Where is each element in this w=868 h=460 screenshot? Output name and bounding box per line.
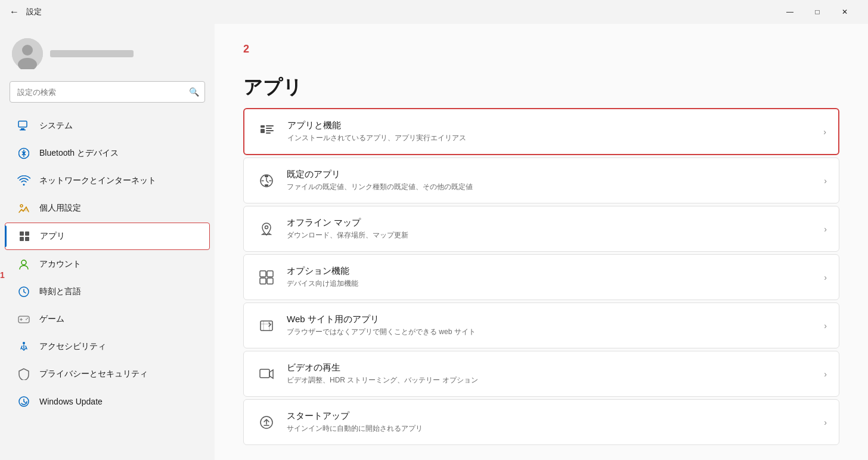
nav-update[interactable]: Windows Update — [5, 388, 210, 415]
personal-label: 個人用設定 — [39, 203, 81, 214]
svg-rect-10 — [20, 237, 24, 241]
apps-features-text: アプリと機能 インストールされているアプリ、アプリ実行エイリアス — [287, 120, 814, 143]
default-apps-desc: ファイルの既定値、リンク種類の既定値、その他の既定値 — [287, 182, 814, 192]
nav-personal[interactable]: 個人用設定 — [5, 195, 210, 221]
offline-maps-chevron: › — [824, 224, 827, 234]
nav-privacy[interactable]: プライバシーとセキュリティ — [5, 361, 210, 387]
bluetooth-label: Bluetooth とデバイス — [39, 148, 119, 159]
apps-label: アプリ — [40, 231, 65, 242]
svg-point-16 — [27, 318, 28, 319]
default-apps-title: 既定のアプリ — [287, 169, 814, 180]
startup-icon — [256, 412, 277, 433]
default-apps-text: 既定のアプリ ファイルの既定値、リンク種類の既定値、その他の既定値 — [287, 169, 814, 192]
optional-features-chevron: › — [824, 273, 827, 282]
svg-rect-31 — [260, 278, 266, 284]
close-button[interactable]: ✕ — [831, 2, 858, 21]
nav-time[interactable]: 時刻と言語 — [5, 279, 210, 305]
avatar-svg — [12, 38, 43, 69]
web-apps-chevron: › — [824, 321, 827, 331]
title-bar: ← 設定 — □ ✕ — [0, 0, 868, 24]
startup-desc: サインイン時に自動的に開始されるアプリ — [287, 424, 814, 434]
profile-name-blur — [50, 50, 134, 57]
network-label: ネットワークとインターネット — [39, 175, 156, 186]
back-button[interactable]: ← — [10, 7, 19, 17]
settings-item-offline-maps[interactable]: オフライン マップ ダウンロード、保存場所、マップ更新 › — [243, 206, 839, 252]
update-label: Windows Update — [39, 397, 103, 406]
update-icon — [17, 394, 31, 409]
optional-features-desc: デバイス向け追加機能 — [287, 279, 814, 289]
default-apps-chevron: › — [824, 176, 827, 186]
web-apps-icon — [256, 315, 277, 336]
nav-system[interactable]: システム — [5, 113, 210, 139]
apps-features-chevron: › — [823, 127, 826, 137]
svg-rect-34 — [260, 369, 269, 378]
network-icon — [17, 174, 31, 188]
account-icon — [17, 257, 31, 271]
svg-rect-23 — [266, 130, 274, 131]
svg-rect-3 — [18, 121, 27, 127]
default-apps-icon — [256, 170, 277, 192]
svg-rect-30 — [267, 271, 273, 277]
account-label: アカウント — [39, 259, 81, 270]
nav-network[interactable]: ネットワークとインターネット — [5, 168, 210, 194]
svg-rect-29 — [260, 271, 266, 277]
accessibility-label: アクセシビリティ — [39, 341, 106, 352]
settings-item-apps-features[interactable]: アプリと機能 インストールされているアプリ、アプリ実行エイリアス › — [243, 108, 839, 155]
minimize-button[interactable]: — — [776, 2, 804, 21]
svg-rect-26 — [265, 175, 268, 177]
maximize-button[interactable]: □ — [804, 2, 831, 21]
svg-point-1 — [22, 45, 33, 55]
svg-rect-32 — [267, 278, 273, 284]
video-text: ビデオの再生 ビデオ調整、HDR ストリーミング、バッテリー オプション — [287, 362, 814, 385]
window-controls: — □ ✕ — [776, 2, 858, 21]
offline-maps-icon — [256, 218, 277, 240]
optional-features-title: オプション機能 — [287, 265, 814, 277]
nav-bluetooth[interactable]: Bluetooth とデバイス — [5, 140, 210, 166]
apps-features-icon — [256, 121, 278, 143]
video-chevron: › — [824, 369, 827, 379]
svg-rect-9 — [25, 231, 29, 236]
svg-point-12 — [21, 260, 26, 265]
accessibility-icon — [17, 339, 31, 354]
video-icon — [256, 363, 277, 385]
svg-rect-22 — [266, 128, 272, 129]
svg-point-17 — [23, 342, 25, 344]
nav-gaming[interactable]: ゲーム — [5, 306, 210, 332]
optional-features-icon — [256, 267, 277, 288]
apps-features-desc: インストールされているアプリ、アプリ実行エイリアス — [287, 133, 814, 143]
web-apps-text: Web サイト用のアプリ ブラウザーではなくアプリで開くことができる web サ… — [287, 314, 814, 337]
gaming-label: ゲーム — [39, 314, 64, 325]
search-icon: 🔍 — [189, 87, 199, 97]
svg-rect-21 — [266, 125, 274, 126]
search-input[interactable] — [10, 81, 205, 103]
settings-item-startup[interactable]: スタートアップ サインイン時に自動的に開始されるアプリ › — [243, 399, 839, 445]
search-box[interactable]: 🔍 — [10, 81, 205, 103]
nav-account[interactable]: アカウント — [5, 251, 210, 277]
svg-rect-4 — [21, 128, 24, 129]
system-label: システム — [39, 121, 73, 131]
nav-accessibility[interactable]: アクセシビリティ — [5, 334, 210, 360]
title-bar-left: ← 設定 — [10, 7, 42, 17]
svg-rect-27 — [265, 184, 268, 186]
settings-item-default-apps[interactable]: 既定のアプリ ファイルの既定値、リンク種類の既定値、その他の既定値 › — [243, 158, 839, 203]
settings-item-optional-features[interactable]: オプション機能 デバイス向け追加機能 › — [243, 254, 839, 300]
personal-icon — [17, 201, 31, 215]
web-apps-desc: ブラウザーではなくアプリで開くことができる web サイト — [287, 327, 814, 337]
svg-rect-11 — [25, 237, 29, 241]
offline-maps-desc: ダウンロード、保存場所、マップ更新 — [287, 230, 814, 240]
nav-apps[interactable]: アプリ 1 — [5, 223, 210, 250]
settings-item-web-apps[interactable]: Web サイト用のアプリ ブラウザーではなくアプリで開くことができる web サ… — [243, 302, 839, 348]
svg-rect-8 — [20, 231, 24, 236]
svg-point-15 — [26, 319, 27, 320]
settings-list: アプリと機能 インストールされているアプリ、アプリ実行エイリアス › — [243, 108, 839, 447]
bluetooth-icon — [17, 146, 31, 160]
time-label: 時刻と言語 — [39, 286, 81, 297]
startup-text: スタートアップ サインイン時に自動的に開始されるアプリ — [287, 410, 814, 434]
settings-item-video[interactable]: ビデオの再生 ビデオ調整、HDR ストリーミング、バッテリー オプション › — [243, 351, 839, 397]
window-title: 設定 — [26, 7, 42, 17]
svg-rect-5 — [20, 129, 26, 131]
privacy-icon — [17, 367, 31, 381]
profile-section — [0, 33, 215, 81]
startup-chevron: › — [824, 418, 827, 427]
time-icon — [17, 285, 31, 299]
